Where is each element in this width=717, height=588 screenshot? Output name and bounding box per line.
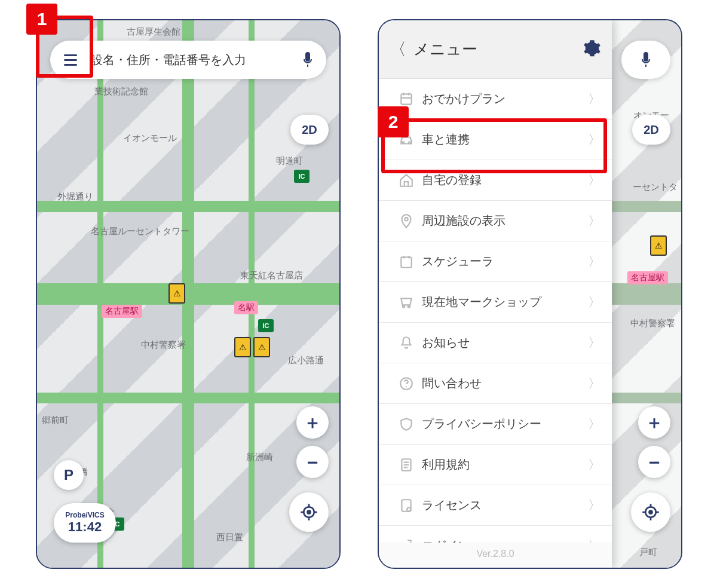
hazard-icon: ⚠: [168, 283, 185, 304]
menu-item-label: 問い合わせ: [418, 375, 588, 391]
phone-screenshot-2: オンモー ーセントタ 名古屋駅 中村警察署 戸町 ⚠ 2D ＋ － 〈 メニュー: [378, 19, 682, 569]
zoom-in-button[interactable]: ＋: [296, 406, 329, 439]
chevron-right-icon: 〉: [588, 90, 601, 108]
chevron-right-icon: 〉: [588, 375, 601, 393]
mic-icon[interactable]: [298, 50, 318, 70]
menu-item-shield[interactable]: プライバシーポリシー〉: [379, 404, 612, 445]
zoom-in-button[interactable]: ＋: [638, 406, 670, 439]
svg-rect-4: [401, 94, 411, 104]
login-icon: [394, 538, 418, 543]
search-placeholder[interactable]: 設名・住所・電話番号を入力: [82, 52, 298, 68]
chevron-right-icon: 〉: [588, 456, 601, 474]
hazard-icon: ⚠: [650, 235, 667, 256]
menu-drawer: 〈 メニュー おでかけプラン〉車と連携〉自宅の登録〉周辺施設の表示〉スケジューラ…: [379, 20, 612, 568]
menu-item-doc[interactable]: 利用規約〉: [379, 445, 612, 485]
menu-item-poi[interactable]: 周辺施設の表示〉: [379, 201, 612, 241]
callout-box-2: [381, 118, 607, 173]
traffic-time: 11:42: [68, 519, 102, 535]
parking-button[interactable]: P: [54, 460, 84, 490]
view-mode-button[interactable]: 2D: [290, 115, 329, 145]
svg-point-8: [406, 386, 407, 387]
svg-rect-6: [401, 257, 411, 267]
view-mode-button[interactable]: 2D: [632, 115, 670, 145]
station-chip-nagoya: 名古屋駅: [627, 271, 668, 284]
menu-item-label: 利用規約: [418, 457, 588, 473]
menu-item-label: 現在地マークショップ: [418, 294, 588, 310]
help-icon: [394, 376, 418, 391]
menu-item-label: ライセンス: [418, 497, 588, 513]
locate-button[interactable]: [289, 492, 329, 532]
ic-marker: IC: [258, 319, 274, 332]
menu-item-license[interactable]: ライセンス〉: [379, 485, 612, 526]
menu-item-bell[interactable]: お知らせ〉: [379, 323, 612, 363]
chevron-right-icon: 〉: [588, 212, 601, 230]
phone-screenshot-1: 古屋厚生会館 業技術記念館 イオンモール 外堀通り 名古屋ルーセントタワー 東天…: [36, 19, 341, 569]
settings-icon[interactable]: [583, 39, 601, 60]
svg-point-3: [649, 511, 652, 514]
menu-item-plan[interactable]: おでかけプラン〉: [379, 79, 612, 120]
license-icon: [394, 498, 418, 513]
menu-item-login[interactable]: ログイン〉: [379, 526, 612, 543]
mic-icon: [636, 50, 656, 70]
svg-point-11: [407, 507, 411, 512]
bell-icon: [394, 335, 418, 351]
zoom-out-button[interactable]: －: [296, 446, 329, 478]
menu-item-label: お知らせ: [418, 335, 588, 351]
chevron-right-icon: 〉: [588, 537, 601, 543]
menu-item-label: ログイン: [418, 538, 588, 543]
chevron-right-icon: 〉: [588, 172, 601, 189]
svg-point-5: [405, 218, 407, 220]
locate-button[interactable]: [631, 492, 670, 532]
svg-rect-10: [402, 500, 410, 512]
hazard-icon: ⚠: [253, 337, 270, 357]
traffic-time-chip[interactable]: Probe/VICS 11:42: [54, 503, 116, 543]
hazard-icon: ⚠: [234, 337, 251, 357]
menu-item-help[interactable]: 問い合わせ〉: [379, 363, 612, 404]
menu-item-label: おでかけプラン: [418, 91, 588, 107]
chevron-right-icon: 〉: [588, 293, 601, 311]
station-chip-nagoya: 名古屋駅: [102, 305, 142, 318]
mic-button[interactable]: [621, 41, 670, 79]
version-label: Ver.2.8.0: [379, 543, 612, 568]
home-icon: [394, 173, 418, 188]
step-badge-1: 1: [26, 4, 57, 35]
menu-item-label: プライバシーポリシー: [418, 416, 588, 432]
menu-title: メニュー: [413, 39, 583, 60]
menu-item-cal[interactable]: スケジューラ〉: [379, 241, 612, 282]
cal-icon: [394, 254, 418, 270]
cart-icon: [394, 295, 418, 310]
back-icon[interactable]: 〈: [390, 38, 413, 61]
zoom-out-button[interactable]: －: [638, 446, 670, 478]
station-chip-meieki: 名駅: [234, 301, 258, 314]
ic-marker: IC: [294, 170, 310, 183]
poi-icon: [394, 213, 418, 229]
menu-item-label: 周辺施設の表示: [418, 213, 588, 229]
map-canvas[interactable]: [37, 20, 339, 568]
step-badge-2: 2: [378, 106, 409, 137]
chevron-right-icon: 〉: [588, 415, 601, 433]
svg-point-1: [308, 511, 311, 514]
menu-item-label: スケジューラ: [418, 253, 588, 270]
chevron-right-icon: 〉: [588, 334, 601, 352]
menu-item-label: 自宅の登録: [418, 172, 588, 188]
menu-item-cart[interactable]: 現在地マークショップ〉: [379, 282, 612, 323]
plan-icon: [394, 91, 418, 107]
menu-header: 〈 メニュー: [379, 20, 612, 79]
chevron-right-icon: 〉: [588, 253, 601, 271]
traffic-source: Probe/VICS: [65, 511, 104, 519]
shield-icon: [394, 416, 418, 432]
chevron-right-icon: 〉: [588, 497, 601, 514]
doc-icon: [394, 457, 418, 473]
